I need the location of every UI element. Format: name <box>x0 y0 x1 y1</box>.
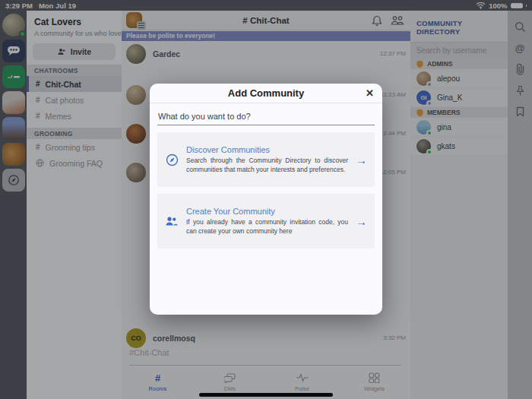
compass-icon <box>165 154 179 166</box>
add-community-modal: Add Community ✕ What do you want to do? … <box>150 84 382 315</box>
people-icon <box>165 216 179 226</box>
modal-prompt-label[interactable]: What do you want to do? <box>158 112 374 121</box>
discover-communities-option[interactable]: Discover Communities Search through the … <box>157 132 375 187</box>
modal-title: Add Community <box>150 84 382 103</box>
option-title: Create Your Community <box>186 207 348 216</box>
arrow-right-icon[interactable]: → <box>356 215 367 228</box>
option-title: Discover Communities <box>186 145 348 154</box>
prompt-underline <box>157 125 375 125</box>
option-description: Search through the Community Directory t… <box>186 157 348 175</box>
create-community-option[interactable]: Create Your Community If you already hav… <box>157 194 375 249</box>
close-icon[interactable]: ✕ <box>366 87 374 99</box>
option-description: If you already have a community invitati… <box>186 218 348 236</box>
app-screen: 3:29 PM Mon Jul 19 100% Cat Lovers A <box>0 0 532 399</box>
arrow-right-icon[interactable]: → <box>356 154 367 166</box>
modal-header: Add Community ✕ <box>150 84 382 103</box>
